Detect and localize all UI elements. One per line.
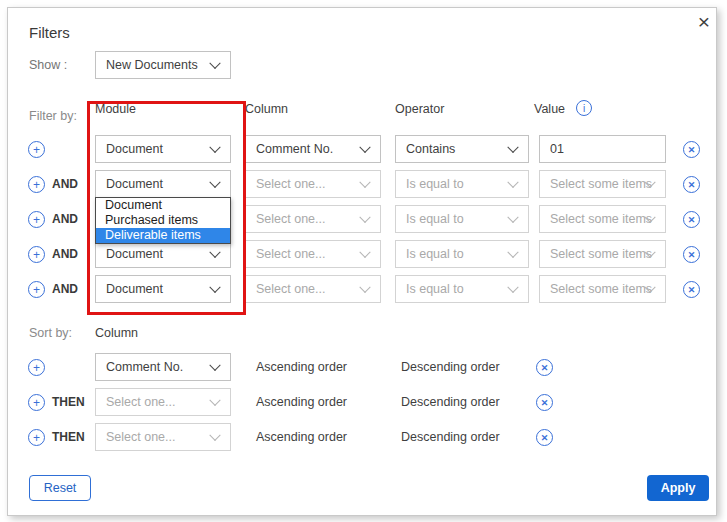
- filters-dialog: Filters × Show : New Documents Filter by…: [7, 7, 717, 516]
- remove-filter-icon[interactable]: ✕: [683, 211, 700, 228]
- header-operator: Operator: [395, 102, 444, 116]
- remove-filter-icon[interactable]: ✕: [683, 176, 700, 193]
- value-select[interactable]: Select some items: [539, 275, 666, 303]
- chevron-down-icon: [209, 247, 220, 258]
- column-select[interactable]: Select one...: [245, 205, 381, 233]
- chevron-down-icon: [209, 142, 220, 153]
- operator-select[interactable]: Is equal to: [395, 240, 529, 268]
- conjunction-label: AND: [52, 240, 78, 268]
- chevron-down-icon: [507, 177, 518, 188]
- column-select[interactable]: Select one...: [245, 240, 381, 268]
- chevron-down-icon: [209, 395, 220, 406]
- add-filter-icon[interactable]: +: [28, 141, 45, 158]
- module-select[interactable]: Document: [95, 275, 231, 303]
- conjunction-label: THEN: [52, 423, 85, 451]
- header-module: Module: [95, 102, 136, 116]
- operator-select[interactable]: Is equal to: [395, 275, 529, 303]
- sort-row: + THEN Select one... Ascending order Des…: [8, 423, 718, 451]
- dialog-title: Filters: [29, 24, 70, 41]
- dropdown-option[interactable]: Document: [96, 198, 230, 213]
- chevron-down-icon: [507, 247, 518, 258]
- show-select-value: New Documents: [106, 58, 198, 72]
- chevron-down-icon: [359, 212, 370, 223]
- value-input[interactable]: [539, 135, 666, 163]
- sort-column-select[interactable]: Comment No.: [95, 353, 231, 381]
- value-select[interactable]: Select some items: [539, 170, 666, 198]
- add-filter-icon[interactable]: +: [28, 211, 45, 228]
- dropdown-option[interactable]: Purchased items: [96, 213, 230, 228]
- module-select[interactable]: Document: [95, 240, 231, 268]
- filter-row: + AND Document Select one... Is equal to…: [8, 275, 718, 303]
- chevron-down-icon: [209, 58, 220, 69]
- value-select[interactable]: Select some items: [539, 240, 666, 268]
- remove-sort-icon[interactable]: ✕: [536, 359, 553, 376]
- filter-row: + AND Document Select one... Is equal to…: [8, 170, 718, 198]
- operator-select[interactable]: Contains: [395, 135, 529, 163]
- value-select[interactable]: Select some items: [539, 205, 666, 233]
- sort-column-select[interactable]: Select one...: [95, 423, 231, 451]
- column-select[interactable]: Select one...: [245, 170, 381, 198]
- chevron-down-icon: [209, 177, 220, 188]
- info-icon[interactable]: i: [576, 100, 592, 116]
- show-select[interactable]: New Documents: [95, 51, 231, 79]
- conjunction-label: THEN: [52, 388, 85, 416]
- conjunction-label: AND: [52, 275, 78, 303]
- ascending-order-option[interactable]: Ascending order: [256, 353, 347, 381]
- conjunction-label: AND: [52, 170, 78, 198]
- chevron-down-icon: [209, 282, 220, 293]
- ascending-order-option[interactable]: Ascending order: [256, 423, 347, 451]
- add-filter-icon[interactable]: +: [28, 281, 45, 298]
- module-dropdown-list: Document Purchased items Deliverable ite…: [95, 197, 231, 244]
- chevron-down-icon: [209, 360, 220, 371]
- add-sort-icon[interactable]: +: [28, 429, 45, 446]
- chevron-down-icon: [359, 177, 370, 188]
- chevron-down-icon: [359, 282, 370, 293]
- remove-filter-icon[interactable]: ✕: [683, 246, 700, 263]
- apply-button[interactable]: Apply: [647, 475, 709, 501]
- add-sort-icon[interactable]: +: [28, 359, 45, 376]
- module-select[interactable]: Document: [95, 135, 231, 163]
- filter-row: + Document Comment No. Contains ✕: [8, 135, 718, 163]
- operator-select[interactable]: Is equal to: [395, 205, 529, 233]
- filter-row: + AND Document Select one... Is equal to…: [8, 240, 718, 268]
- sort-by-label: Sort by:: [29, 326, 72, 340]
- descending-order-option[interactable]: Descending order: [401, 388, 500, 416]
- reset-button[interactable]: Reset: [29, 475, 91, 501]
- ascending-order-option[interactable]: Ascending order: [256, 388, 347, 416]
- sort-column-header: Column: [95, 326, 138, 340]
- column-select[interactable]: Comment No.: [245, 135, 381, 163]
- remove-sort-icon[interactable]: ✕: [536, 394, 553, 411]
- sort-column-select[interactable]: Select one...: [95, 388, 231, 416]
- chevron-down-icon: [359, 247, 370, 258]
- close-icon[interactable]: ×: [694, 10, 714, 34]
- chevron-down-icon: [507, 212, 518, 223]
- module-select[interactable]: Document: [95, 170, 231, 198]
- column-select[interactable]: Select one...: [245, 275, 381, 303]
- descending-order-option[interactable]: Descending order: [401, 423, 500, 451]
- sort-row: + Comment No. Ascending order Descending…: [8, 353, 718, 381]
- add-sort-icon[interactable]: +: [28, 394, 45, 411]
- descending-order-option[interactable]: Descending order: [401, 353, 500, 381]
- chevron-down-icon: [507, 282, 518, 293]
- remove-filter-icon[interactable]: ✕: [683, 281, 700, 298]
- header-value: Value: [534, 102, 565, 116]
- dropdown-option-selected[interactable]: Deliverable items: [96, 228, 230, 243]
- operator-select[interactable]: Is equal to: [395, 170, 529, 198]
- header-column: Column: [245, 102, 288, 116]
- add-filter-icon[interactable]: +: [28, 176, 45, 193]
- remove-filter-icon[interactable]: ✕: [683, 141, 700, 158]
- chevron-down-icon: [359, 142, 370, 153]
- sort-row: + THEN Select one... Ascending order Des…: [8, 388, 718, 416]
- show-label: Show :: [29, 58, 67, 72]
- chevron-down-icon: [209, 430, 220, 441]
- filter-by-label: Filter by:: [29, 109, 77, 123]
- remove-sort-icon[interactable]: ✕: [536, 429, 553, 446]
- conjunction-label: AND: [52, 205, 78, 233]
- chevron-down-icon: [507, 142, 518, 153]
- add-filter-icon[interactable]: +: [28, 246, 45, 263]
